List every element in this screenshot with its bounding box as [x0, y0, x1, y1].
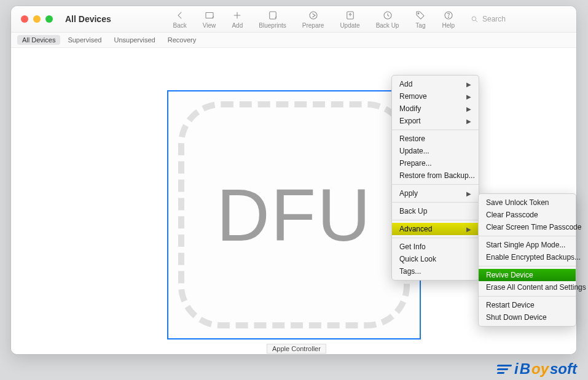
- menu-update-label: Update...: [399, 147, 429, 155]
- tag-label: Tag: [415, 22, 425, 29]
- chevron-right-icon: ▶: [466, 226, 471, 233]
- view-button[interactable]: View: [203, 10, 216, 29]
- update-label: Update: [340, 22, 359, 29]
- filter-unsupervised[interactable]: Unsupervised: [109, 35, 160, 45]
- menu-restore-backup[interactable]: Restore from Backup...: [392, 169, 479, 182]
- blueprints-button[interactable]: Blueprints: [259, 10, 286, 29]
- help-label: Help: [442, 22, 455, 29]
- submenu-enable-encrypted[interactable]: Enable Encrypted Backups...: [479, 251, 576, 263]
- submenu-separator: [479, 296, 576, 297]
- menu-separator: [392, 202, 479, 203]
- chevron-right-icon: ▶: [466, 81, 471, 88]
- menu-add[interactable]: Add▶: [392, 78, 479, 90]
- device-tile[interactable]: DFU: [167, 90, 421, 339]
- filter-recovery[interactable]: Recovery: [163, 35, 201, 45]
- submenu-restart-device[interactable]: Restart Device: [479, 299, 576, 311]
- menu-quick-look-label: Quick Look: [399, 255, 436, 263]
- view-icon: [204, 10, 215, 21]
- prepare-button[interactable]: Prepare: [302, 10, 324, 29]
- update-button[interactable]: Update: [340, 10, 359, 29]
- advanced-submenu: Save Unlock Token Clear Passcode Clear S…: [478, 193, 576, 327]
- menu-restore[interactable]: Restore: [392, 133, 479, 145]
- submenu-separator: [479, 236, 576, 236]
- chevron-right-icon: ▶: [466, 106, 471, 112]
- view-label: View: [203, 22, 216, 29]
- submenu-erase-all[interactable]: Erase All Content and Settings: [479, 281, 576, 293]
- prepare-icon: [308, 10, 319, 21]
- chevron-right-icon: ▶: [466, 118, 471, 125]
- submenu-start-single-app[interactable]: Start Single App Mode...: [479, 239, 576, 251]
- submenu-clear-passcode[interactable]: Clear Passcode: [479, 209, 576, 221]
- traffic-lights: [18, 15, 53, 23]
- watermark-lines-icon: [497, 365, 512, 374]
- menu-advanced[interactable]: Advanced▶: [392, 223, 479, 235]
- menu-prepare[interactable]: Prepare...: [392, 157, 479, 169]
- menu-separator: [392, 184, 479, 185]
- backup-icon: [382, 10, 393, 21]
- menu-add-label: Add: [399, 80, 412, 88]
- submenu-revive-device[interactable]: Revive Device: [479, 269, 576, 281]
- add-label: Add: [232, 22, 243, 29]
- svg-point-10: [448, 17, 449, 17]
- chevron-right-icon: ▶: [466, 190, 471, 197]
- menu-separator: [392, 220, 479, 220]
- filter-bar: All Devices Supervised Unsupervised Reco…: [11, 33, 576, 48]
- menu-update[interactable]: Update...: [392, 145, 479, 157]
- prepare-label: Prepare: [302, 22, 324, 29]
- back-icon: [174, 10, 186, 21]
- svg-line-12: [476, 20, 477, 22]
- watermark-b: B: [520, 360, 530, 378]
- backup-button[interactable]: Back Up: [376, 10, 399, 29]
- update-icon: [345, 10, 356, 21]
- menu-export-label: Export: [399, 117, 421, 125]
- blueprints-label: Blueprints: [259, 22, 286, 29]
- menu-back-up[interactable]: Back Up: [392, 205, 479, 217]
- search-icon: [471, 15, 479, 23]
- minimize-window-button[interactable]: [33, 15, 41, 23]
- device-placeholder-icon: DFU: [178, 101, 410, 328]
- help-icon: [443, 10, 454, 21]
- tag-button[interactable]: Tag: [415, 10, 426, 29]
- fullscreen-window-button[interactable]: [45, 15, 53, 23]
- menu-tags-label: Tags...: [399, 267, 421, 276]
- menu-modify[interactable]: Modify▶: [392, 103, 479, 115]
- menu-apply[interactable]: Apply▶: [392, 187, 479, 200]
- search-placeholder: Search: [482, 15, 506, 23]
- menu-separator: [392, 130, 479, 130]
- menu-restore-label: Restore: [399, 134, 425, 143]
- filter-supervised[interactable]: Supervised: [63, 35, 106, 45]
- svg-point-8: [418, 13, 420, 14]
- menu-remove-label: Remove: [399, 92, 427, 101]
- help-button[interactable]: Help: [442, 10, 455, 29]
- backup-label: Back Up: [376, 22, 399, 29]
- svg-rect-0: [206, 12, 213, 18]
- svg-point-4: [310, 12, 317, 19]
- submenu-clear-screen-time[interactable]: Clear Screen Time Passcode: [479, 221, 576, 233]
- titlebar: All Devices Back View Add Blueprints Pre…: [11, 6, 576, 33]
- menu-get-info[interactable]: Get Info: [392, 241, 479, 253]
- add-button[interactable]: Add: [232, 10, 243, 29]
- menu-modify-label: Modify: [399, 104, 421, 113]
- menu-export[interactable]: Export▶: [392, 115, 479, 127]
- menu-tags[interactable]: Tags...: [392, 265, 479, 277]
- submenu-shut-down[interactable]: Shut Down Device: [479, 311, 576, 324]
- menu-quick-look[interactable]: Quick Look: [392, 253, 479, 265]
- dfu-label: DFU: [216, 173, 372, 257]
- watermark-soft: soft: [550, 360, 577, 378]
- watermark-i: i: [514, 360, 519, 378]
- blueprints-icon: [267, 10, 278, 21]
- filter-all-devices[interactable]: All Devices: [17, 35, 60, 45]
- submenu-save-unlock[interactable]: Save Unlock Token: [479, 196, 576, 209]
- menu-prepare-label: Prepare...: [399, 159, 432, 168]
- search-input[interactable]: Search: [471, 15, 563, 23]
- menu-remove[interactable]: Remove▶: [392, 90, 479, 103]
- submenu-separator: [479, 266, 576, 266]
- back-button[interactable]: Back: [173, 10, 187, 29]
- menu-get-info-label: Get Info: [399, 242, 426, 251]
- menu-restore-backup-label: Restore from Backup...: [399, 171, 475, 180]
- svg-point-11: [472, 17, 476, 21]
- toolbar: Back View Add Blueprints Prepare Update: [173, 10, 569, 29]
- window-title: All Devices: [65, 14, 111, 24]
- device-caption: Apple Controller: [267, 344, 326, 354]
- close-window-button[interactable]: [21, 15, 28, 23]
